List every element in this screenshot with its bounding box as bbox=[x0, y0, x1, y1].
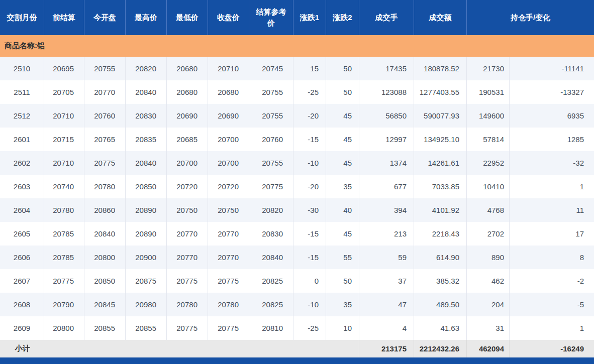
cell-volume: 394 bbox=[359, 198, 414, 222]
subtotal-volume: 213175 bbox=[359, 340, 414, 357]
cell-turnover: 1277403.55 bbox=[414, 80, 467, 104]
table-row: 2607 20775 20850 20875 20775 20775 20825… bbox=[0, 269, 594, 293]
cell-open-interest: 462 bbox=[467, 269, 510, 293]
subtotal-turnover: 2212432.26 bbox=[414, 340, 467, 357]
cell-prev-settlement: 20705 bbox=[44, 80, 84, 104]
table-row: 2511 20705 20770 20840 20680 20680 20755… bbox=[0, 80, 594, 104]
cell-open-interest: 204 bbox=[467, 293, 510, 316]
header-change2: 涨跌2 bbox=[326, 0, 359, 35]
cell-prev-settlement: 20695 bbox=[44, 57, 84, 80]
table-row: 2609 20800 20855 20855 20775 20775 20810… bbox=[0, 316, 594, 340]
cell-high: 20840 bbox=[126, 80, 167, 104]
cell-open-interest: 2702 bbox=[467, 222, 510, 246]
table-row: 2605 20785 20840 20890 20770 20770 20830… bbox=[0, 222, 594, 246]
subtotal-row: 小计 213175 2212432.26 462094 -16249 bbox=[0, 340, 594, 357]
cell-prev-settlement: 20710 bbox=[44, 104, 84, 128]
commodity-name-label: 商品名称:铝 bbox=[5, 41, 45, 51]
cell-volume: 37 bbox=[359, 269, 414, 293]
quotes-table: 交割月份 前结算 今开盘 最高价 最低价 收盘价 结算参考价 涨跌1 涨跌2 成… bbox=[0, 0, 594, 364]
cell-open-interest: 31 bbox=[467, 316, 510, 340]
cell-volume: 1374 bbox=[359, 151, 414, 175]
cell-open: 20855 bbox=[84, 316, 126, 340]
cell-close: 20775 bbox=[208, 316, 249, 340]
cell-high: 20830 bbox=[126, 104, 167, 128]
cell-delivery-month: 2609 bbox=[0, 316, 44, 340]
cell-open-interest: 190531 bbox=[467, 80, 510, 104]
cell-oi-change: 17 bbox=[510, 222, 594, 246]
cell-oi-change: -32 bbox=[510, 151, 594, 175]
cell-close: 20720 bbox=[208, 175, 249, 198]
cell-close: 20750 bbox=[208, 198, 249, 222]
cell-oi-change: 8 bbox=[510, 246, 594, 269]
cell-settlement-ref: 20775 bbox=[249, 175, 293, 198]
cell-oi-change: -5 bbox=[510, 293, 594, 316]
header-open: 今开盘 bbox=[84, 0, 126, 35]
cell-prev-settlement: 20785 bbox=[44, 222, 84, 246]
cell-change1: -20 bbox=[293, 175, 326, 198]
footer-bar bbox=[0, 357, 594, 364]
cell-settlement-ref: 20755 bbox=[249, 151, 293, 175]
cell-low: 20720 bbox=[167, 175, 208, 198]
header-high: 最高价 bbox=[126, 0, 167, 35]
cell-close: 20770 bbox=[208, 222, 249, 246]
cell-change1: -10 bbox=[293, 293, 326, 316]
cell-settlement-ref: 20825 bbox=[249, 293, 293, 316]
cell-low: 20685 bbox=[167, 128, 208, 151]
cell-open: 20845 bbox=[84, 293, 126, 316]
cell-open: 20775 bbox=[84, 151, 126, 175]
cell-open-interest: 21730 bbox=[467, 57, 510, 80]
header-prev-settlement: 前结算 bbox=[44, 0, 84, 35]
cell-close: 20700 bbox=[208, 128, 249, 151]
cell-high: 20980 bbox=[126, 293, 167, 316]
cell-turnover: 4101.92 bbox=[414, 198, 467, 222]
cell-open: 20860 bbox=[84, 198, 126, 222]
cell-open: 20840 bbox=[84, 222, 126, 246]
cell-volume: 12997 bbox=[359, 128, 414, 151]
cell-volume: 59 bbox=[359, 246, 414, 269]
cell-change1: -15 bbox=[293, 222, 326, 246]
cell-delivery-month: 2511 bbox=[0, 80, 44, 104]
cell-close: 20700 bbox=[208, 151, 249, 175]
cell-high: 20820 bbox=[126, 57, 167, 80]
table-row: 2603 20740 20780 20850 20720 20720 20775… bbox=[0, 175, 594, 198]
cell-open: 20850 bbox=[84, 269, 126, 293]
header-close: 收盘价 bbox=[208, 0, 249, 35]
cell-change2: 55 bbox=[326, 246, 359, 269]
cell-settlement-ref: 20755 bbox=[249, 104, 293, 128]
cell-open-interest: 149600 bbox=[467, 104, 510, 128]
cell-settlement-ref: 20745 bbox=[249, 57, 293, 80]
cell-oi-change: -2 bbox=[510, 269, 594, 293]
cell-turnover: 590077.93 bbox=[414, 104, 467, 128]
cell-change1: -10 bbox=[293, 151, 326, 175]
cell-turnover: 2218.43 bbox=[414, 222, 467, 246]
cell-prev-settlement: 20740 bbox=[44, 175, 84, 198]
cell-volume: 213 bbox=[359, 222, 414, 246]
table-row: 2510 20695 20755 20820 20680 20710 20745… bbox=[0, 57, 594, 80]
cell-change1: 0 bbox=[293, 269, 326, 293]
cell-change2: 45 bbox=[326, 151, 359, 175]
cell-change1: 15 bbox=[293, 57, 326, 80]
cell-low: 20680 bbox=[167, 57, 208, 80]
cell-high: 20855 bbox=[126, 316, 167, 340]
subtotal-oi-change: -16249 bbox=[510, 340, 594, 357]
cell-open: 20760 bbox=[84, 104, 126, 128]
table-row: 2512 20710 20760 20830 20690 20690 20755… bbox=[0, 104, 594, 128]
cell-low: 20775 bbox=[167, 316, 208, 340]
cell-turnover: 614.90 bbox=[414, 246, 467, 269]
cell-close: 20680 bbox=[208, 80, 249, 104]
cell-delivery-month: 2512 bbox=[0, 104, 44, 128]
cell-high: 20875 bbox=[126, 269, 167, 293]
cell-turnover: 14261.61 bbox=[414, 151, 467, 175]
cell-delivery-month: 2603 bbox=[0, 175, 44, 198]
cell-settlement-ref: 20760 bbox=[249, 128, 293, 151]
cell-prev-settlement: 20790 bbox=[44, 293, 84, 316]
cell-turnover: 7033.85 bbox=[414, 175, 467, 198]
cell-delivery-month: 2607 bbox=[0, 269, 44, 293]
header-settlement-ref-label: 结算参考价 bbox=[255, 7, 287, 29]
cell-high: 20890 bbox=[126, 198, 167, 222]
cell-low: 20775 bbox=[167, 269, 208, 293]
cell-low: 20770 bbox=[167, 222, 208, 246]
cell-open: 20755 bbox=[84, 57, 126, 80]
table-row: 2608 20790 20845 20980 20780 20780 20825… bbox=[0, 293, 594, 316]
header-turnover: 成交额 bbox=[414, 0, 467, 35]
